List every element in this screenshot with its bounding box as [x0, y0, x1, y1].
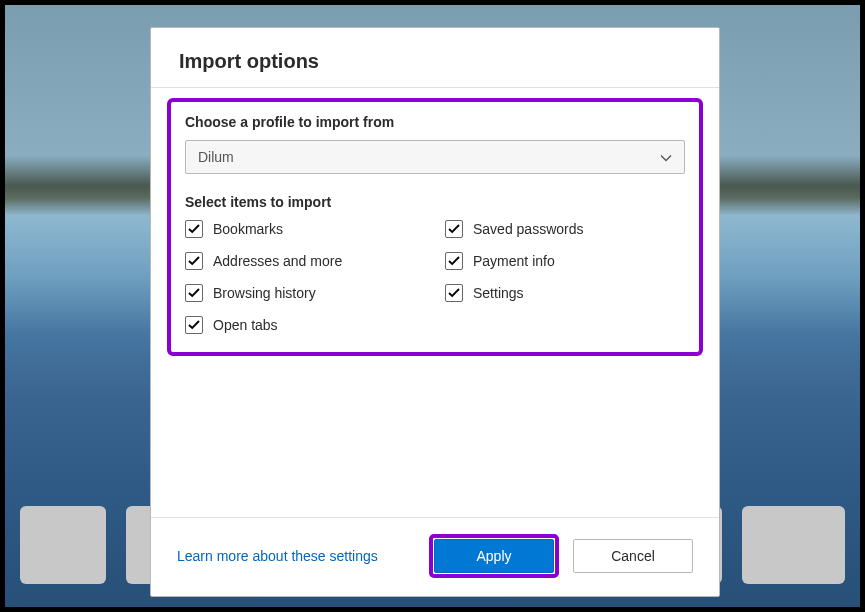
thumbnail[interactable]: [742, 506, 845, 584]
cancel-button[interactable]: Cancel: [573, 539, 693, 573]
checkbox-label: Addresses and more: [213, 253, 342, 269]
checkbox-bookmarks[interactable]: Bookmarks: [185, 220, 425, 238]
checkmark-icon: [185, 252, 203, 270]
checkmark-icon: [185, 220, 203, 238]
checkbox-open-tabs[interactable]: Open tabs: [185, 316, 425, 334]
checkbox-label: Bookmarks: [213, 221, 283, 237]
checkmark-icon: [445, 284, 463, 302]
profile-select[interactable]: Dilum: [185, 140, 685, 174]
checkbox-payment-info[interactable]: Payment info: [445, 252, 685, 270]
dialog-body: Choose a profile to import from Dilum Se…: [151, 88, 719, 517]
learn-more-link[interactable]: Learn more about these settings: [177, 548, 415, 564]
checkbox-browsing-history[interactable]: Browsing history: [185, 284, 425, 302]
checkmark-icon: [185, 284, 203, 302]
items-select-label: Select items to import: [185, 194, 685, 210]
checkbox-settings[interactable]: Settings: [445, 284, 685, 302]
profile-select-label: Choose a profile to import from: [185, 114, 685, 130]
checkbox-label: Saved passwords: [473, 221, 584, 237]
checkbox-label: Settings: [473, 285, 524, 301]
checkmark-icon: [445, 220, 463, 238]
dialog-title: Import options: [151, 28, 719, 88]
thumbnail[interactable]: [20, 506, 106, 584]
chevron-down-icon: [660, 149, 672, 165]
apply-button-highlight: Apply: [429, 534, 559, 578]
checkmark-icon: [445, 252, 463, 270]
checkbox-label: Browsing history: [213, 285, 316, 301]
profile-selected-value: Dilum: [198, 149, 234, 165]
checkbox-addresses[interactable]: Addresses and more: [185, 252, 425, 270]
checkbox-label: Open tabs: [213, 317, 278, 333]
dialog-footer: Learn more about these settings Apply Ca…: [151, 517, 719, 596]
highlighted-section: Choose a profile to import from Dilum Se…: [167, 98, 703, 356]
apply-button[interactable]: Apply: [434, 539, 554, 573]
checkbox-label: Payment info: [473, 253, 555, 269]
checkmark-icon: [185, 316, 203, 334]
import-options-dialog: Import options Choose a profile to impor…: [150, 27, 720, 597]
checkbox-saved-passwords[interactable]: Saved passwords: [445, 220, 685, 238]
import-items-grid: Bookmarks Saved passwords Addresses and …: [185, 220, 685, 334]
